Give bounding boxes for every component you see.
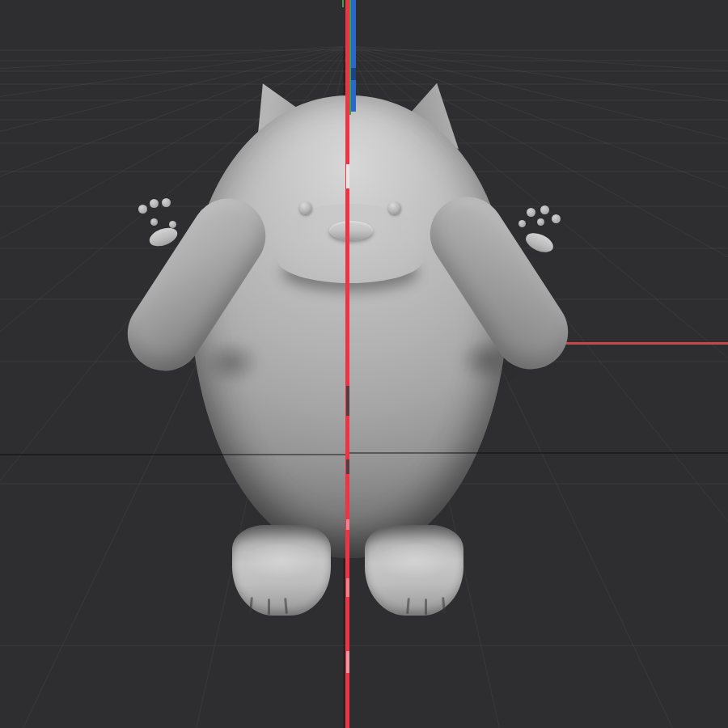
right-eye [388,201,401,214]
cheek-bulge-shadow [277,236,423,283]
left-paw-knuckle [150,199,159,208]
left-paw-knuckle [162,198,171,207]
right-paw-knuckle [540,205,549,214]
z-axis-occlusion [351,68,356,80]
axis-depth-segment [346,578,349,597]
right-paw-toe-bean [518,220,526,227]
left-paw-knuckle [138,205,147,214]
muzzle [329,221,373,240]
right-foot-toe-crease [425,599,427,615]
vertical-red-axis-line [345,0,349,728]
axis-depth-segment [346,519,349,530]
left-foot-sheen [244,544,319,579]
right-paw-knuckle [552,214,561,223]
right-paw-knuckle [527,208,535,217]
front-grid-line [348,452,728,454]
axis-depth-segment [346,459,349,474]
axis-depth-segment [346,164,349,188]
left-foot-toe-crease [268,599,270,615]
right-paw-toe-bean [537,218,544,226]
axis-depth-segment [346,386,349,416]
left-eye [299,201,312,214]
left-armpit-shadow [202,340,260,385]
y-axis-tick [342,0,344,7]
3d-viewport[interactable] [0,0,728,728]
right-foot-sheen [377,544,451,579]
z-axis-line [351,0,356,112]
left-paw-toe-bean [150,218,158,226]
front-grid-line [0,454,348,455]
axis-depth-segment [346,651,349,673]
